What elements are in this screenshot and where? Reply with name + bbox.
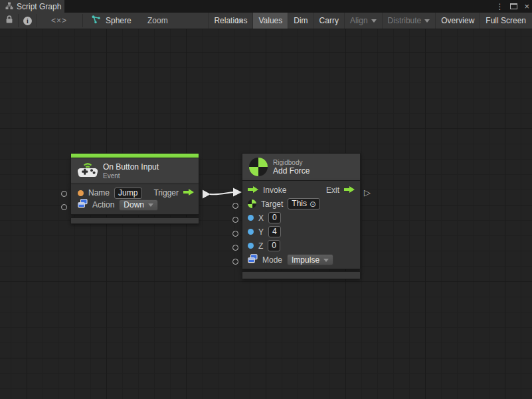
- name-input[interactable]: Jump: [114, 188, 142, 199]
- window-menu-icon[interactable]: ⋮: [495, 3, 503, 11]
- invoke-row: Invoke Exit: [242, 184, 360, 196]
- float-port-icon[interactable]: [248, 215, 254, 221]
- y-input-port[interactable]: [232, 231, 238, 237]
- add-force-node[interactable]: Rigidbody Add Force Invoke Exit: [242, 153, 361, 279]
- action-row: Action Down: [71, 199, 199, 211]
- invoke-label: Invoke: [263, 186, 286, 195]
- z-input-port[interactable]: [232, 245, 238, 251]
- y-input[interactable]: 4: [268, 226, 281, 237]
- target-label: Target: [261, 200, 283, 209]
- name-label: Name: [88, 188, 110, 198]
- chevron-down-icon: [371, 19, 377, 23]
- x-label: X: [258, 213, 264, 223]
- exit-label: Exit: [326, 186, 339, 195]
- x-row: X 0: [242, 211, 360, 224]
- info-icon: i: [23, 17, 32, 25]
- graph-toolbar: i <×> Sphere Zoom 1x Relations: [0, 13, 532, 29]
- gamepad-icon: [78, 161, 98, 182]
- force-node-header[interactable]: Rigidbody Add Force: [242, 153, 361, 181]
- z-label: Z: [258, 241, 263, 251]
- toolbar-buttons: Relations Values Dim Carry Align Distrib…: [208, 13, 531, 29]
- float-port-icon[interactable]: [248, 243, 254, 249]
- lock-icon: [5, 15, 14, 27]
- target-input-port[interactable]: [232, 203, 238, 209]
- enum-icon: [78, 199, 88, 211]
- action-input-port[interactable]: [61, 204, 67, 210]
- force-node-footer: [242, 271, 361, 279]
- event-node-title: On Button Input: [103, 162, 159, 172]
- force-node-supertitle: Rigidbody: [273, 159, 310, 166]
- zoom-label: Zoom: [147, 13, 168, 29]
- chevron-down-icon: [148, 203, 153, 207]
- list-output-icon[interactable]: ▷: [364, 188, 371, 197]
- graph-asset-icon: [92, 15, 101, 27]
- mode-row: Mode Impulse: [242, 253, 360, 266]
- mode-dropdown[interactable]: Impulse: [287, 254, 333, 265]
- name-input-port[interactable]: [61, 191, 67, 197]
- object-picker-icon[interactable]: ⊙: [310, 200, 316, 208]
- mode-label: Mode: [262, 255, 282, 265]
- inspect-button[interactable]: i: [19, 13, 37, 29]
- rigidbody-type-icon: [248, 200, 256, 208]
- tab-title: Script Graph: [17, 2, 61, 11]
- target-field[interactable]: This ⊙: [288, 198, 320, 209]
- maximize-icon[interactable]: [510, 3, 517, 9]
- trigger-label: Trigger: [153, 188, 179, 198]
- relations-button[interactable]: Relations: [208, 13, 252, 29]
- action-label: Action: [92, 200, 114, 209]
- breadcrumb-graph[interactable]: Sphere: [92, 13, 145, 29]
- force-node-body: Invoke Exit Target This ⊙: [242, 181, 361, 269]
- trigger-output-port[interactable]: [183, 187, 194, 199]
- lock-button[interactable]: [0, 13, 18, 29]
- float-port-icon[interactable]: [248, 229, 254, 235]
- action-dropdown[interactable]: Down: [119, 200, 158, 211]
- script-breadcrumb-icon: <×>: [51, 16, 67, 25]
- script-graph-window: Script Graph ⋮ × i <×>: [0, 0, 532, 399]
- values-button[interactable]: Values: [252, 13, 288, 29]
- chevron-down-icon: [323, 259, 329, 262]
- carry-button[interactable]: Carry: [313, 13, 344, 29]
- x-input-port[interactable]: [232, 217, 238, 223]
- overview-button[interactable]: Overview: [435, 13, 480, 29]
- event-node-subtitle: Event: [103, 172, 159, 180]
- invoke-input-port[interactable]: [248, 184, 258, 196]
- dim-button[interactable]: Dim: [288, 13, 313, 29]
- window-controls: ⋮ ×: [495, 0, 529, 13]
- enum-icon: [248, 254, 258, 266]
- close-icon[interactable]: ×: [524, 2, 529, 11]
- event-node-header[interactable]: On Button Input Event: [70, 158, 199, 184]
- event-node-body: Name Jump Trigger: [70, 184, 199, 215]
- fullscreen-button[interactable]: Full Screen: [480, 13, 531, 29]
- align-dropdown: Align: [344, 13, 382, 29]
- tab-script-graph[interactable]: Script Graph: [0, 0, 64, 13]
- graph-canvas[interactable]: On Button Input Event Name Jump Trigger: [0, 29, 532, 399]
- z-row: Z 0: [242, 239, 360, 252]
- y-label: Y: [258, 227, 264, 237]
- rigidbody-icon: [249, 158, 268, 176]
- z-input[interactable]: 0: [268, 240, 280, 251]
- event-color-bar: [70, 153, 199, 158]
- toolbar-separator: [82, 14, 83, 27]
- graph-name-label: Sphere: [106, 16, 132, 25]
- distribute-dropdown: Distribute: [382, 13, 436, 29]
- chevron-down-icon: [424, 19, 430, 23]
- exit-output-port[interactable]: [344, 184, 355, 196]
- event-node-footer: [70, 217, 199, 224]
- breadcrumb[interactable]: <×>: [37, 13, 81, 29]
- mode-input-port[interactable]: [232, 259, 238, 265]
- graph-hierarchy-icon: [5, 1, 13, 13]
- name-row: Name Jump Trigger: [71, 187, 199, 199]
- tab-bar: Script Graph ⋮ ×: [0, 0, 532, 13]
- on-button-input-node[interactable]: On Button Input Event Name Jump Trigger: [70, 153, 199, 224]
- string-port-icon[interactable]: [78, 190, 84, 196]
- force-node-title: Add Force: [273, 166, 310, 176]
- target-row: Target This ⊙: [242, 198, 360, 210]
- y-row: Y 4: [242, 225, 360, 238]
- x-input[interactable]: 0: [268, 212, 281, 223]
